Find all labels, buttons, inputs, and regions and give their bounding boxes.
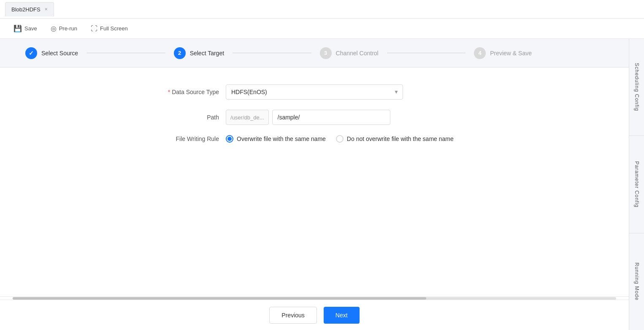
scrollbar-track — [13, 297, 616, 300]
data-source-type-control: HDFS(EnOS) HDFS(Local) S3 Azure Blob ▼ — [226, 84, 479, 100]
prerun-label: Pre-run — [59, 25, 77, 32]
data-source-type-label: Data Source Type — [150, 89, 226, 95]
step-line-3 — [387, 53, 465, 53]
main-wrapper: Select Source 2 Select Target 3 Chan — [0, 39, 644, 330]
step1-label: Select Source — [41, 50, 78, 57]
file-writing-rule-label: File Writing Rule — [150, 135, 226, 142]
radio-overwrite[interactable]: Overwrite file with the same name — [226, 135, 326, 143]
fullscreen-icon: ⛶ — [91, 25, 97, 32]
radio-overwrite-btn[interactable] — [226, 135, 233, 143]
file-writing-rule-control: Overwrite file with the same name Do not… — [226, 135, 479, 143]
previous-button[interactable]: Previous — [269, 307, 317, 324]
sidebar-tab-parameter-config[interactable]: Parameter Config — [629, 136, 644, 233]
sidebar-tab-running-mode[interactable]: Running Mode — [629, 233, 644, 330]
tab-title: Blob2HDFS — [11, 6, 41, 13]
step2-number: 2 — [178, 50, 181, 56]
step3-circle: 3 — [320, 47, 332, 59]
save-label: Save — [24, 25, 37, 32]
path-input[interactable] — [272, 110, 390, 125]
save-button[interactable]: 💾 Save — [8, 22, 42, 35]
sidebar-tab-scheduling-config[interactable]: Scheduling Config — [629, 39, 644, 136]
step-select-source: Select Source — [25, 47, 78, 59]
next-button[interactable]: Next — [324, 307, 360, 324]
step3-label: Channel Control — [336, 50, 379, 57]
fullscreen-button[interactable]: ⛶ Full Screen — [86, 22, 133, 35]
step-line-2 — [233, 53, 311, 53]
data-source-type-row: Data Source Type HDFS(EnOS) HDFS(Local) … — [150, 84, 479, 100]
path-prefix: /user/db_de... — [226, 110, 269, 125]
path-control: /user/db_de... — [226, 110, 479, 125]
path-row: Path /user/db_de... — [150, 110, 479, 125]
tab-bar: Blob2HDFS × — [0, 0, 644, 19]
step4-number: 4 — [479, 50, 482, 56]
radio-overwrite-label: Overwrite file with the same name — [237, 135, 326, 142]
step1-circle — [25, 47, 37, 59]
sidebar-tab-parameter-config-label: Parameter Config — [634, 161, 640, 208]
center-content: Select Source 2 Select Target 3 Chan — [0, 39, 629, 330]
footer: Previous Next — [0, 300, 629, 330]
save-icon: 💾 — [14, 24, 22, 32]
sidebar-tab-scheduling-config-label: Scheduling Config — [634, 63, 640, 111]
sidebar-tab-running-mode-label: Running Mode — [634, 262, 640, 300]
prerun-icon: ◎ — [51, 24, 57, 32]
path-label: Path — [150, 114, 226, 121]
right-sidebar: Scheduling Config Parameter Config Runni… — [629, 39, 644, 330]
scrollbar-thumb[interactable] — [13, 297, 426, 300]
prerun-button[interactable]: ◎ Pre-run — [46, 22, 82, 35]
data-source-type-select[interactable]: HDFS(EnOS) HDFS(Local) S3 Azure Blob — [226, 84, 403, 100]
form-section: Data Source Type HDFS(EnOS) HDFS(Local) … — [124, 84, 504, 143]
tab-blob2hdfs[interactable]: Blob2HDFS × — [5, 2, 54, 16]
step-preview-save: 4 Preview & Save — [474, 47, 532, 59]
radio-no-overwrite-btn[interactable] — [336, 135, 344, 143]
step-select-target: 2 Select Target — [174, 47, 224, 59]
fullscreen-label: Full Screen — [100, 25, 128, 32]
tab-close-icon[interactable]: × — [45, 6, 48, 12]
stepper: Select Source 2 Select Target 3 Chan — [25, 47, 532, 59]
toolbar: 💾 Save ◎ Pre-run ⛶ Full Screen — [0, 19, 644, 39]
file-writing-rule-row: File Writing Rule Overwrite file with th… — [150, 135, 479, 143]
step2-label: Select Target — [190, 50, 224, 57]
stepper-bar: Select Source 2 Select Target 3 Chan — [0, 39, 629, 68]
radio-no-overwrite-label: Do not overwrite file with the same name — [347, 135, 454, 142]
scrollbar-area[interactable] — [0, 296, 629, 300]
step2-circle: 2 — [174, 47, 186, 59]
step-line-1 — [87, 53, 165, 53]
data-source-type-select-wrapper[interactable]: HDFS(EnOS) HDFS(Local) S3 Azure Blob ▼ — [226, 84, 403, 100]
radio-no-overwrite[interactable]: Do not overwrite file with the same name — [336, 135, 454, 143]
step4-label: Preview & Save — [490, 50, 532, 57]
step4-circle: 4 — [474, 47, 486, 59]
file-writing-rule-radio-group: Overwrite file with the same name Do not… — [226, 135, 454, 143]
step-channel-control: 3 Channel Control — [320, 47, 379, 59]
form-area: Data Source Type HDFS(EnOS) HDFS(Local) … — [0, 68, 629, 296]
step3-number: 3 — [324, 50, 327, 56]
